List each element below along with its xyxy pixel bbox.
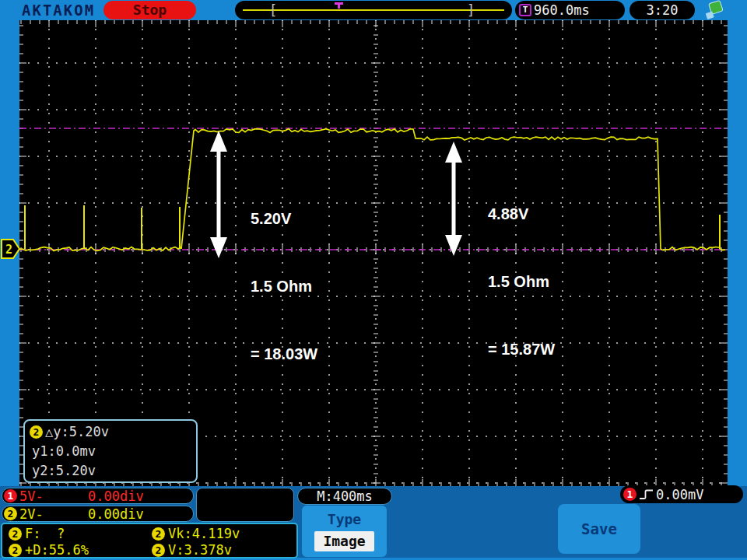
trigger-level-readout: 1 0.00mV: [620, 485, 743, 503]
run-state-indicator: Stop: [103, 1, 196, 19]
channel-2-badge: 2: [4, 507, 17, 520]
annotation-line: 1.5 Ohm: [488, 271, 555, 293]
annotation-power-1: 5.20V 1.5 Ohm = 18.03W: [251, 163, 317, 411]
window-bracket-left-icon: [: [269, 2, 277, 19]
brand-logo: AKTAKOM: [22, 2, 95, 19]
measure-vk: Vk:4.119v: [168, 526, 240, 541]
annotation-line: 5.20V: [251, 208, 317, 230]
annotation-line: 4.88V: [488, 203, 555, 226]
channel-1-badge: 1: [623, 488, 637, 501]
save-button[interactable]: Save: [558, 504, 640, 554]
save-type-menu[interactable]: Type Image: [302, 506, 387, 557]
measure-duty: +D:55.6%: [25, 542, 89, 558]
waveform-display: [19, 20, 728, 486]
svg-text:2: 2: [5, 243, 12, 257]
clock-readout: 3:20: [630, 1, 695, 19]
channel-1-scale: 5V-: [19, 488, 44, 504]
channel-2-offset: 0.00div: [88, 506, 144, 522]
acquisition-status: (1.25KS/s) Depth:10K: [196, 488, 294, 522]
channel-2-badge: 2: [152, 527, 165, 541]
type-menu-label: Type: [302, 511, 387, 527]
channel-2-badge: 2: [9, 544, 22, 557]
delta-arrow-head-down: [210, 237, 227, 258]
trigger-t-badge: T: [519, 4, 531, 16]
delta-arrow-head-up: [210, 131, 227, 152]
cursor-readout-box: 2 △y:5.20v y1:0.0mv y2:5.20v: [23, 419, 198, 483]
trigger-time-readout: T 960.0ms: [515, 1, 625, 19]
cursor-y2: y2:5.20v: [32, 461, 96, 481]
channel-1-offset: 0.00div: [88, 488, 144, 504]
annotation-line: = 15.87W: [488, 338, 555, 361]
type-menu-value[interactable]: Image: [314, 531, 374, 551]
channel-2-marker[interactable]: 2: [1, 238, 21, 260]
channel-2-scale: 2V-: [19, 506, 44, 522]
channel-2-badge: 2: [30, 425, 43, 439]
status-menu-panel: 1 5V- 0.00div 2 2V- 0.00div (1.25KS/s) D…: [0, 486, 747, 558]
cursor-y1: y1:0.0mv: [32, 442, 96, 461]
ch2-trace: [19, 129, 725, 251]
cursor-delta-y: △y:5.20v: [45, 422, 109, 442]
record-length-line: [243, 9, 504, 11]
trigger-t-marker-stem: [338, 5, 340, 9]
channel-2-badge: 2: [152, 544, 165, 557]
rising-edge-icon: [639, 488, 654, 501]
measurements-box: 2 F: ? 2 Vk:4.119v 2 +D:55.6% 2 V:3.378v: [1, 523, 298, 558]
trigger-level-value: 0.00mV: [656, 487, 703, 502]
delta-arrow-head-down: [445, 235, 462, 256]
oscilloscope-screen: AKTAKOM Stop [ ] T 960.0ms 3:20 2 5.20V …: [0, 0, 747, 560]
waveform-svg: [19, 20, 728, 486]
annotation-power-2: 4.88V 1.5 Ohm = 15.87W: [488, 158, 555, 406]
usb-device-icon: [702, 0, 724, 21]
trigger-time-value: 960.0ms: [534, 2, 590, 18]
annotation-line: = 18.03W: [251, 343, 317, 366]
measure-v: V:3.378v: [168, 542, 232, 558]
measure-frequency: F: ?: [25, 526, 65, 541]
channel-1-badge: 1: [4, 489, 17, 502]
window-bracket-right-icon: ]: [467, 2, 475, 19]
delta-arrow-head-up: [445, 142, 462, 163]
timebase-readout: M:400ms: [297, 488, 392, 505]
trigger-position-indicator: [ ]: [235, 1, 512, 19]
channel-2-badge: 2: [9, 527, 22, 541]
annotation-line: 1.5 Ohm: [251, 275, 317, 298]
channel-2-status: 2 2V- 0.00div: [2, 506, 194, 522]
channel-1-status: 1 5V- 0.00div: [2, 488, 194, 504]
